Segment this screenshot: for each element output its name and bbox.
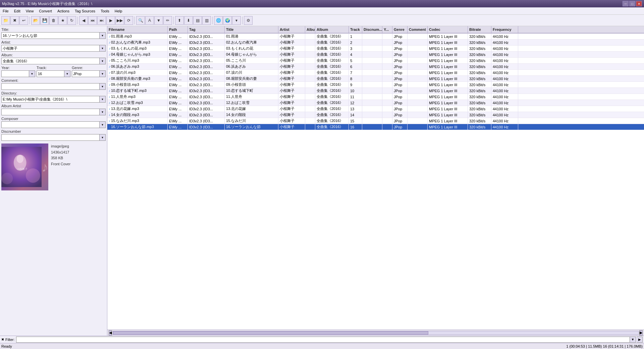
toolbar-close-button[interactable]: ✖	[10, 16, 19, 25]
col-header-title[interactable]: Title	[225, 26, 278, 33]
table-row[interactable]: ♪16.ソーランおんな節.mp3E\My ...ID3v2.3 (ID3...1…	[107, 124, 644, 130]
table-row[interactable]: ♪07.涙の川.mp3E\My ...ID3v2.3 (ID3...07.涙の川…	[107, 70, 644, 76]
table-row[interactable]: ♪14.女の階段.mp3E\My ...ID3v2.3 (ID3...14.女の…	[107, 112, 644, 118]
menu-tools[interactable]: Tools	[98, 8, 112, 14]
comment-input[interactable]	[1, 83, 100, 90]
table-row[interactable]: ♪12.おばこ吹雪.mp3E\My ...ID3v2.3 (ID3...12.お…	[107, 100, 644, 106]
toolbar-save-button[interactable]: 💾	[40, 16, 49, 25]
toolbar-search-button[interactable]: 🔍	[136, 16, 145, 25]
hscroll-thumb[interactable]	[113, 331, 428, 335]
year-input[interactable]	[1, 70, 29, 77]
col-header-bitrate[interactable]: Bitrate	[468, 26, 491, 33]
table-row[interactable]: ♪11.人世舟.mp3E\My ...ID3v2.3 (ID3...11.人世舟…	[107, 94, 644, 100]
col-header-tag[interactable]: Tag	[188, 26, 225, 33]
title-input[interactable]	[1, 32, 100, 39]
composer-dropdown-btn[interactable]: ▼	[100, 121, 106, 128]
toolbar-export-button[interactable]: ⬆	[175, 16, 184, 25]
directory-dropdown-btn[interactable]: ▼	[100, 96, 106, 103]
table-row[interactable]: ♪13.北の花嫁.mp3E\My ...ID3v2.3 (ID3...13.北の…	[107, 106, 644, 112]
toolbar-rewind-button[interactable]: ⏮	[88, 16, 97, 25]
table-row[interactable]: ♪02.おんなの夜汽車.mp3E\My ...ID3v2.3 (ID3...02…	[107, 40, 644, 46]
toolbar-open-button[interactable]: 📂	[31, 16, 40, 25]
toolbar-options-button[interactable]: ▾	[232, 16, 241, 25]
toolbar-fastfwd-button[interactable]: ⏭	[97, 16, 106, 25]
toolbar-delete-tag-button[interactable]: 🗑	[49, 16, 58, 25]
track-input[interactable]	[37, 70, 64, 77]
filter-dropdown-btn[interactable]: ▼	[630, 337, 636, 343]
col-header-artist[interactable]: Artist	[278, 26, 305, 33]
track-dropdown-btn[interactable]: ▼	[64, 70, 70, 77]
album-artist-dropdown-btn[interactable]: ▼	[100, 109, 106, 115]
table-row[interactable]: ♪01.雨港.mp3E\My ...ID3v2.3 (ID3...01.雨港小桜…	[107, 34, 644, 40]
table-row[interactable]: ♪08.堀部安兵衛の妻.mp3E\My ...ID3v2.3 (ID3...08…	[107, 76, 644, 82]
toolbar-next2-button[interactable]: ▶▶	[115, 16, 124, 25]
toolbar-refresh-button[interactable]: ↻	[67, 16, 76, 25]
col-header-discnum[interactable]: Discnum...	[362, 26, 382, 33]
table-row[interactable]: ♪10.恋する城下町.mp3E\My ...ID3v2.3 (ID3...10.…	[107, 88, 644, 94]
album-dropdown-btn[interactable]: ▼	[100, 58, 106, 64]
hscroll-left-btn[interactable]: ◀	[109, 330, 112, 336]
menu-edit[interactable]: Edit	[11, 8, 23, 14]
title-dropdown-btn[interactable]: ▼	[100, 32, 106, 39]
table-row[interactable]: ♪03.もくれんの花.mp3E\My ...ID3v2.3 (ID3...03.…	[107, 46, 644, 52]
col-header-filename[interactable]: Filename	[107, 26, 168, 33]
artist-input[interactable]	[1, 45, 100, 52]
table-row[interactable]: ♪04.母娘じゃんがら.mp3E\My ...ID3v2.3 (ID3...04…	[107, 52, 644, 58]
file-list-body[interactable]: ♪01.雨港.mp3E\My ...ID3v2.3 (ID3...01.雨港小桜…	[107, 34, 644, 330]
col-header-album[interactable]: Album	[315, 26, 349, 33]
menu-file[interactable]: File	[0, 8, 11, 14]
toolbar-tag-button[interactable]: A	[145, 16, 154, 25]
menu-help[interactable]: Help	[112, 8, 125, 14]
album-input[interactable]	[1, 58, 100, 64]
table-row[interactable]: ♪05.こころ川.mp3E\My ...ID3v2.3 (ID3...05.ここ…	[107, 58, 644, 64]
toolbar-web-button[interactable]: 🌐	[214, 16, 223, 25]
hscroll-right-btn[interactable]: ▶	[639, 330, 643, 336]
col-header-comment[interactable]: Comment	[408, 26, 428, 33]
artist-dropdown-btn[interactable]: ▼	[100, 45, 106, 52]
toolbar-web2-button[interactable]: 🌍	[223, 16, 232, 25]
composer-input[interactable]	[1, 121, 100, 128]
comment-dropdown-btn[interactable]: ▼	[100, 83, 106, 90]
menu-actions[interactable]: Actions	[55, 8, 72, 14]
filter-go-btn[interactable]: ▶	[637, 337, 643, 343]
table-row[interactable]: ♪06.浜あざみ.mp3E\My ...ID3v2.3 (ID3...06.浜あ…	[107, 64, 644, 70]
toolbar-reload-button[interactable]: ⟳	[124, 16, 133, 25]
filter-input[interactable]	[16, 337, 630, 343]
col-header-genre[interactable]: Genre	[392, 26, 408, 33]
toolbar-export2-button[interactable]: ▤	[193, 16, 202, 25]
table-row[interactable]: ♪09.小桜音頭.mp3E\My ...ID3v2.3 (ID3...09.小桜…	[107, 82, 644, 88]
genre-dropdown-btn[interactable]: ▼	[100, 70, 106, 77]
toolbar-import2-button[interactable]: ▥	[202, 16, 211, 25]
toolbar-settings-button[interactable]: ⚙	[244, 16, 253, 25]
album-art-image[interactable]: 小桜舞子	[1, 143, 48, 190]
close-button[interactable]: ✕	[636, 1, 642, 6]
toolbar-edit-button[interactable]: ✏	[163, 16, 172, 25]
filter-close-btn[interactable]: ✖	[1, 338, 4, 341]
maximize-button[interactable]: □	[629, 1, 635, 6]
hscroll-track[interactable]	[113, 331, 639, 335]
col-header-codec[interactable]: Codec	[428, 26, 468, 33]
toolbar-undo-button[interactable]: ↩	[19, 16, 28, 25]
toolbar-star-button[interactable]: ★	[58, 16, 67, 25]
col-header-track[interactable]: Track	[349, 26, 362, 33]
col-header-path[interactable]: Path	[168, 26, 188, 33]
menu-tag-sources[interactable]: Tag Sources	[72, 8, 98, 14]
discnumber-dropdown-btn[interactable]: ▼	[100, 134, 106, 141]
table-row[interactable]: ♪15.なみだ川.mp3E\My ...ID3v2.3 (ID3...15.なみ…	[107, 118, 644, 124]
directory-input[interactable]	[1, 96, 100, 103]
discnumber-input[interactable]	[1, 134, 100, 141]
toolbar-prev-button[interactable]: ◀	[79, 16, 88, 25]
col-header-albnum[interactable]: Albu...	[305, 26, 315, 33]
col-header-year[interactable]: Y...	[382, 26, 392, 33]
col-header-freq[interactable]: Frequency	[491, 26, 518, 33]
horizontal-scrollbar[interactable]: ◀ ▶	[107, 330, 644, 336]
year-dropdown-btn[interactable]: ▼	[29, 70, 35, 77]
toolbar-open-dir-button[interactable]: 📁	[1, 16, 10, 25]
toolbar-next-button[interactable]: ▶	[106, 16, 115, 25]
toolbar-dropdown-button[interactable]: ▼	[154, 16, 163, 25]
album-artist-input[interactable]	[1, 109, 100, 115]
menu-convert[interactable]: Convert	[36, 8, 55, 14]
menu-view[interactable]: View	[23, 8, 37, 14]
toolbar-import-button[interactable]: ⬇	[184, 16, 193, 25]
minimize-button[interactable]: ─	[623, 1, 629, 6]
